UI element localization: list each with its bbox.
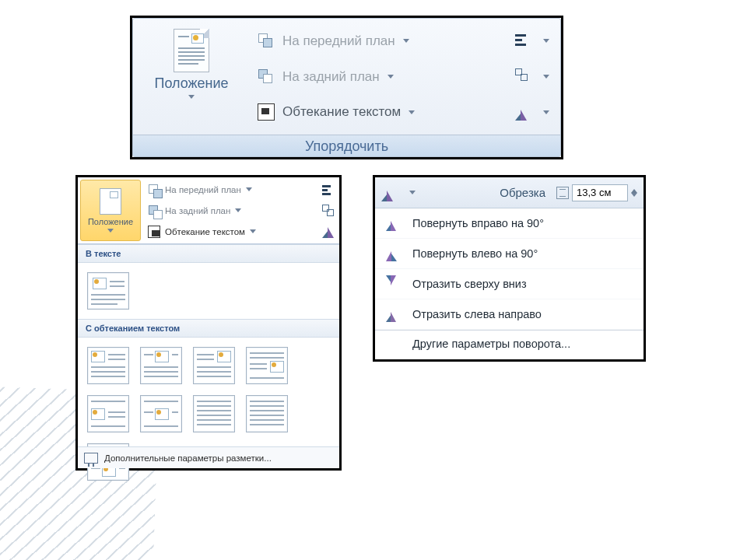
bring-to-front-button[interactable]: На передний план [253,23,556,59]
rotate-icon[interactable] [322,226,335,238]
chevron-down-icon [107,229,114,233]
position-option[interactable] [193,347,235,384]
section-wrap-header: С обтеканием текстом [78,319,339,338]
chevron-down-icon [543,39,549,43]
bring-to-front-label: На передний план [282,33,395,49]
spinner-down-icon[interactable] [631,193,637,197]
chevron-down-icon [403,39,409,43]
position-gallery-panel: Положение На передний план На задний пла… [75,175,342,471]
position-button-active[interactable]: Положение [80,180,141,241]
menu-item-label: Отразить сверху вниз [412,278,527,290]
flip-horizontal-icon [386,306,402,322]
rotate-right-icon [386,215,402,231]
menu-item-label: Отразить слева направо [412,308,542,320]
flip-vertical[interactable]: Отразить сверху вниз [375,269,644,299]
height-icon [556,187,569,199]
bring-forward-icon [148,184,160,196]
chevron-down-icon [409,191,416,194]
position-option[interactable] [193,395,235,432]
more-layout-options-label: Дополнительные параметры разметки... [104,453,272,463]
chevron-down-icon [409,110,415,114]
send-to-back-label: На задний план [282,69,380,85]
position-option[interactable] [87,395,129,432]
menu-item-label: Повернуть влево на 90° [412,247,538,260]
position-label: Положение [154,75,228,92]
rotate-icon[interactable] [515,103,532,121]
crop-label[interactable]: Обрезка [500,186,545,199]
position-option[interactable] [87,347,129,384]
flip-vertical-icon [386,275,402,291]
layout-options-icon [84,453,98,464]
section-inline-header: В тексте [78,244,339,263]
bring-forward-icon [258,33,275,50]
chevron-down-icon [543,75,549,79]
rotate-menu-panel: Обрезка Повернуть вправо на 90° [373,175,646,362]
position-option[interactable] [246,395,288,432]
position-label: Положение [88,217,133,226]
spinner-up-icon[interactable] [631,189,637,193]
rotate-dropdown-menu: Повернуть вправо на 90° Повернуть влево … [375,208,644,357]
position-button[interactable]: Положение [138,23,245,114]
cmd-label: Обтекание текстом [165,227,245,236]
send-to-back-button[interactable]: На задний план [148,200,335,221]
text-wrap-icon [148,226,160,238]
align-icon[interactable] [322,184,335,196]
more-layout-options[interactable]: Дополнительные параметры разметки... [78,446,339,468]
position-icon [100,188,121,215]
menu-item-label: Повернуть вправо на 90° [412,217,544,229]
rotate-left-90[interactable]: Повернуть влево на 90° [375,239,644,269]
send-backward-icon [258,68,275,86]
chevron-down-icon [188,95,195,99]
position-option-inline[interactable] [87,272,129,310]
chevron-down-icon [246,187,252,191]
position-icon [174,29,209,72]
more-rotation-options[interactable]: Другие параметры поворота... [375,330,644,357]
bring-to-front-button[interactable]: На передний план [148,179,335,200]
rotate-icon[interactable] [381,184,398,201]
mini-arrange-ribbon: Положение На передний план На задний пла… [78,177,339,244]
menu-item-label: Другие параметры поворота... [412,338,570,350]
text-wrap-label: Обтекание текстом [282,104,401,120]
height-input[interactable] [572,184,628,201]
chevron-down-icon [388,75,394,79]
text-wrap-button[interactable]: Обтекание текстом [148,221,335,242]
text-wrap-button[interactable]: Обтекание текстом [253,94,556,130]
group-icon[interactable] [515,68,532,86]
send-backward-icon [148,205,160,217]
position-option[interactable] [246,347,288,384]
chevron-down-icon [250,229,256,233]
group-icon[interactable] [322,205,335,217]
height-field[interactable] [556,184,637,201]
position-option[interactable] [140,347,182,384]
cmd-label: На задний план [165,206,230,215]
chevron-down-icon [235,208,241,212]
cmd-label: На передний план [165,185,241,194]
position-option[interactable] [140,395,182,432]
text-wrap-icon [258,103,275,121]
rotate-right-90[interactable]: Повернуть вправо на 90° [375,208,644,239]
rotate-left-icon [386,246,402,261]
flip-horizontal[interactable]: Отразить слева направо [375,299,644,330]
chevron-down-icon [543,110,549,114]
align-icon[interactable] [515,33,532,50]
send-to-back-button[interactable]: На задний план [253,59,556,95]
size-ribbon-fragment: Обрезка [375,177,644,208]
arrange-ribbon-panel: Положение На передний план [130,16,563,159]
ribbon-group-label: Упорядочить [133,135,560,156]
